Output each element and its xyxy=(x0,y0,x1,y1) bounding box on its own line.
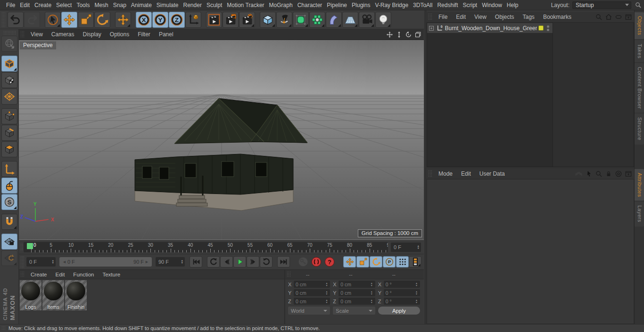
toolbar-grip[interactable] xyxy=(1,12,6,27)
coordinate-input[interactable]: 0 cm▲▼ xyxy=(294,281,330,288)
menu-character[interactable]: Character xyxy=(295,0,325,10)
render-picture-viewer-button[interactable] xyxy=(223,12,239,28)
object-name[interactable]: Burnt_Wooden_Down_House_Green xyxy=(445,25,537,32)
render-visibility-dot[interactable] xyxy=(547,29,549,31)
menu-function[interactable]: Function xyxy=(69,269,98,280)
material-logs[interactable]: Logs xyxy=(20,280,41,310)
menu-redshift[interactable]: Redshift xyxy=(435,0,460,10)
key-pla-button[interactable] xyxy=(396,256,409,267)
spinner-icon[interactable]: ▲▼ xyxy=(414,299,419,303)
rotate-view-button[interactable] xyxy=(405,31,412,38)
menu-display[interactable]: Display xyxy=(78,31,105,38)
play-backwards-button[interactable] xyxy=(207,256,220,267)
menu-options[interactable]: Options xyxy=(106,31,133,38)
workplane-mode-button[interactable] xyxy=(1,89,17,105)
spinner-icon[interactable]: ▲▼ xyxy=(369,282,374,286)
menu-view[interactable]: View xyxy=(470,12,491,22)
apply-button[interactable]: Apply xyxy=(378,307,420,315)
key-rotation-button[interactable] xyxy=(370,256,382,267)
tweak-mode-button[interactable] xyxy=(1,178,17,194)
render-view-button[interactable] xyxy=(206,12,222,28)
expand-icon[interactable] xyxy=(429,25,435,31)
range-start-field[interactable]: 0 F ▲▼ xyxy=(26,257,56,267)
am-fold-button[interactable] xyxy=(575,170,583,178)
material-finishin[interactable]: Finishin xyxy=(65,280,87,310)
coordinate-input[interactable]: 0 cm▲▼ xyxy=(339,298,375,305)
menu-filter[interactable]: Filter xyxy=(133,31,155,38)
tab-objects[interactable]: Objects xyxy=(635,12,644,39)
align-workplane-button[interactable] xyxy=(1,250,17,266)
om-search-button[interactable] xyxy=(594,13,603,21)
preview-range-slider[interactable]: ◄ 0 F 90 F ► xyxy=(59,257,152,267)
redo-button[interactable] xyxy=(24,12,40,28)
menu-help[interactable]: Help xyxy=(504,0,521,10)
tab-takes[interactable]: Takes xyxy=(635,40,644,62)
lock-workplane-button[interactable] xyxy=(1,234,17,250)
lock-x-axis-button[interactable]: X xyxy=(136,12,152,28)
enable-snap-button[interactable] xyxy=(1,214,17,230)
spinner-icon[interactable]: ▲▼ xyxy=(180,259,185,264)
menu-snap[interactable]: Snap xyxy=(111,0,129,10)
key-position-button[interactable] xyxy=(343,256,356,267)
object-manager-grip[interactable] xyxy=(428,13,432,21)
menu-tools[interactable]: Tools xyxy=(74,0,92,10)
menu-v-ray-bridge[interactable]: V-Ray Bridge xyxy=(372,0,411,10)
last-used-tool-button[interactable] xyxy=(115,12,131,28)
menu-create[interactable]: Create xyxy=(26,269,51,280)
add-cube-button[interactable] xyxy=(260,12,276,28)
live-selection-button[interactable] xyxy=(45,12,61,28)
statusbar-grip[interactable] xyxy=(1,326,6,331)
menu-file[interactable]: File xyxy=(434,12,452,22)
play-forwards-button[interactable] xyxy=(260,256,272,267)
menu-simulate[interactable]: Simulate xyxy=(154,0,181,10)
texture-mode-button[interactable] xyxy=(1,72,17,88)
lock-y-axis-button[interactable]: Y xyxy=(152,12,168,28)
deformer-button[interactable] xyxy=(326,12,342,28)
om-add-button[interactable] xyxy=(624,13,632,21)
menu-mode[interactable]: Mode xyxy=(434,169,457,179)
menu-bookmarks[interactable]: Bookmarks xyxy=(539,12,576,22)
timeline-window-button[interactable] xyxy=(409,256,421,267)
spinner-icon[interactable]: ▲▼ xyxy=(416,245,421,250)
viewport-menubar-grip[interactable] xyxy=(20,31,25,38)
lock-z-axis-button[interactable]: Z xyxy=(169,12,185,28)
tab-layers[interactable]: Layers xyxy=(635,202,644,226)
next-key-button[interactable] xyxy=(247,256,259,267)
mode-toolbar-grip[interactable] xyxy=(3,31,16,34)
snap-settings-button[interactable]: S xyxy=(1,194,17,210)
tab-structure[interactable]: Structure xyxy=(635,113,644,144)
camera-label[interactable]: Perspective xyxy=(20,41,56,49)
object-manager-body[interactable]: 0 Burnt_Wooden_Down_House_Green xyxy=(427,23,634,167)
om-home-button[interactable] xyxy=(604,13,612,21)
menu-cameras[interactable]: Cameras xyxy=(47,31,79,38)
coordinate-input[interactable]: 0 cm▲▼ xyxy=(339,289,375,296)
layout-dropdown[interactable]: Startup xyxy=(572,1,631,9)
menu-user-data[interactable]: User Data xyxy=(475,169,509,179)
menu-edit[interactable]: Edit xyxy=(51,269,69,280)
timeline-ruler[interactable]: 051015202530354045505560657075808590 xyxy=(24,242,388,252)
scale-tool-button[interactable] xyxy=(78,12,94,28)
viewport-canvas[interactable]: Y X Z Perspective Grid Spacing : 1000 cm xyxy=(19,40,424,241)
play-button[interactable] xyxy=(233,256,246,267)
key-parameter-button[interactable]: P xyxy=(383,256,396,267)
pan-view-button[interactable] xyxy=(386,31,393,38)
enable-axis-button[interactable] xyxy=(1,161,17,177)
menu-motion-tracker[interactable]: Motion Tracker xyxy=(224,0,266,10)
range-left-arrow-icon[interactable]: ◄ xyxy=(61,259,67,264)
rotate-tool-button[interactable] xyxy=(94,12,110,28)
keyframe-selection-button[interactable]: ? xyxy=(323,256,336,267)
spinner-icon[interactable]: ▲▼ xyxy=(369,291,374,295)
edges-mode-button[interactable] xyxy=(1,125,17,141)
toggle-view-button[interactable] xyxy=(414,31,421,38)
tab-attributes[interactable]: Attributes xyxy=(635,169,644,201)
coordinate-input[interactable]: 0 °▲▼ xyxy=(384,289,420,296)
spinner-icon[interactable]: ▲▼ xyxy=(50,259,56,264)
attribute-manager-body[interactable] xyxy=(427,179,634,324)
polygons-mode-button[interactable] xyxy=(1,141,17,157)
material-items[interactable]: Items xyxy=(42,280,64,310)
menu-file[interactable]: File xyxy=(4,0,17,10)
mograph-button[interactable] xyxy=(309,12,325,28)
coordinate-input[interactable]: 0 cm▲▼ xyxy=(339,281,375,288)
undo-button[interactable] xyxy=(8,12,24,28)
menu-panel[interactable]: Panel xyxy=(155,31,178,38)
